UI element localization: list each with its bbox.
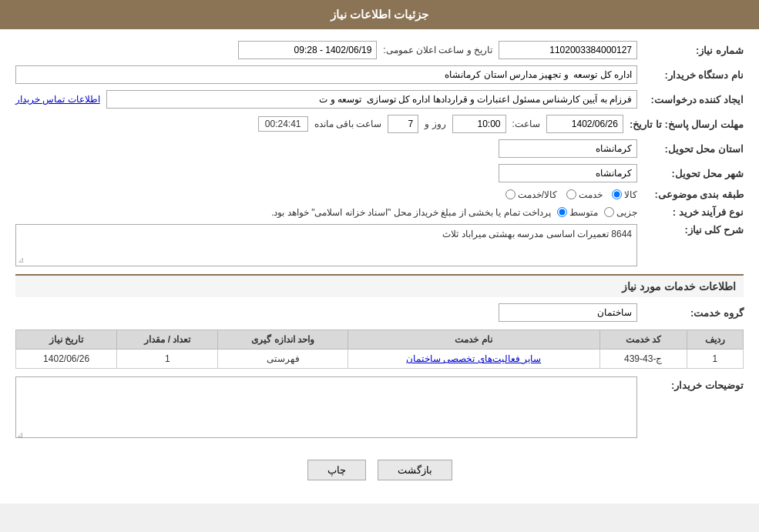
col-unit: واحد اندازه گیری	[218, 330, 348, 350]
purchase-type-options: جزیی متوسط پرداخت تمام یا بخشی از مبلغ خ…	[15, 207, 637, 218]
services-table: ردیف کد خدمت نام خدمت واحد اندازه گیری ت…	[15, 330, 744, 369]
need-number-label: شماره نیاز:	[643, 45, 744, 56]
service-group-label: گروه خدمت:	[643, 307, 744, 319]
service-name-link[interactable]: سایر فعالیت‌های تخصصی ساختمان	[406, 353, 541, 364]
deadline-time-label: ساعت:	[512, 119, 540, 129]
announce-date-label: تاریخ و ساعت اعلان عمومی:	[383, 45, 492, 55]
print-button[interactable]: چاپ	[307, 460, 366, 480]
services-section-title: اطلاعات خدمات مورد نیاز	[15, 274, 744, 297]
need-desc-label: شرح کلی نیاز:	[643, 224, 744, 236]
category-kala-label: کالا	[624, 189, 637, 200]
creator-input[interactable]	[106, 90, 637, 109]
resize-handle: ⊿	[18, 256, 24, 264]
cell-code: ج-43-439	[599, 350, 687, 369]
category-khedmat[interactable]: خدمت	[566, 189, 603, 200]
buyer-notes-row: توضیحات خریدار: ⊿	[15, 376, 744, 440]
purchase-type-row: نوع فرآیند خرید : جزیی متوسط پرداخت تمام…	[15, 206, 744, 218]
deadline-time-input[interactable]	[452, 115, 506, 133]
deadline-days-input[interactable]	[388, 115, 418, 133]
cell-row: 1	[687, 350, 743, 369]
category-kala-radio[interactable]	[612, 189, 622, 199]
need-number-input[interactable]	[499, 41, 637, 59]
cell-qty: 1	[117, 350, 218, 369]
cell-name: سایر فعالیت‌های تخصصی ساختمان	[348, 350, 599, 369]
buyer-org-input[interactable]	[15, 65, 637, 84]
category-khedmat-radio[interactable]	[566, 189, 576, 199]
cell-unit: فهرستی	[218, 350, 348, 369]
services-table-section: ردیف کد خدمت نام خدمت واحد اندازه گیری ت…	[15, 330, 744, 369]
page-wrapper: جزئیات اطلاعات نیاز شماره نیاز: تاریخ و …	[0, 0, 759, 504]
category-row: طبقه بندی موضوعی: کالا خدمت کالا/خدمت	[15, 189, 744, 200]
category-label: طبقه بندی موضوعی:	[643, 189, 744, 200]
buyer-org-row: نام دستگاه خریدار:	[15, 65, 744, 84]
city-input[interactable]	[499, 164, 637, 182]
cell-date: 1402/06/26	[16, 350, 117, 369]
purchase-jozi-label: جزیی	[616, 207, 637, 218]
need-desc-value: 8644 تعمیرات اساسی مدرسه بهشتی میراباد ث…	[442, 229, 632, 239]
purchase-jozi[interactable]: جزیی	[604, 207, 637, 218]
category-kala-khedmat-label: کالا/خدمت	[518, 189, 557, 200]
category-radio-group: کالا خدمت کالا/خدمت	[505, 189, 637, 200]
city-label: شهر محل تحویل:	[643, 168, 744, 179]
back-button[interactable]: بازگشت	[378, 460, 452, 480]
city-row: شهر محل تحویل:	[15, 164, 744, 182]
remaining-time-value: 00:24:41	[258, 116, 308, 132]
purchase-jozi-radio[interactable]	[604, 207, 614, 217]
buyer-notes-label: توضیحات خریدار:	[643, 376, 744, 391]
col-name: نام خدمت	[348, 330, 599, 350]
province-input[interactable]	[499, 139, 637, 158]
remaining-label: ساعت باقی مانده	[314, 119, 382, 129]
purchase-motavasset-label: متوسط	[569, 207, 598, 218]
content-area: شماره نیاز: تاریخ و ساعت اعلان عمومی: نا…	[0, 29, 759, 504]
deadline-date-input[interactable]	[546, 115, 623, 133]
buyer-notes-textarea[interactable]	[15, 376, 637, 438]
creator-label: ایجاد کننده درخواست:	[643, 94, 744, 105]
col-code: کد خدمت	[599, 330, 687, 350]
province-label: استان محل تحویل:	[643, 143, 744, 155]
deadline-row: مهلت ارسال پاسخ: تا تاریخ: ساعت: روز و س…	[15, 115, 744, 133]
buyer-org-label: نام دستگاه خریدار:	[643, 69, 744, 81]
category-khedmat-label: خدمت	[579, 189, 603, 200]
col-qty: تعداد / مقدار	[117, 330, 218, 350]
deadline-days-label: روز و	[425, 119, 445, 129]
button-row: بازگشت چاپ	[15, 448, 744, 492]
category-kala-khedmat[interactable]: کالا/خدمت	[505, 189, 557, 200]
category-kala-khedmat-radio[interactable]	[505, 189, 516, 199]
notes-resize-handle: ⊿	[17, 430, 23, 439]
deadline-label: مهلت ارسال پاسخ: تا تاریخ:	[630, 119, 744, 130]
col-date: تاریخ نیاز	[16, 330, 117, 350]
category-kala[interactable]: کالا	[612, 189, 637, 200]
col-row: ردیف	[687, 330, 743, 350]
purchase-type-label: نوع فرآیند خرید :	[643, 206, 744, 218]
purchase-motavasset[interactable]: متوسط	[557, 207, 598, 218]
creator-contact-link[interactable]: اطلاعات تماس خریدار	[15, 94, 100, 105]
creator-row: ایجاد کننده درخواست: اطلاعات تماس خریدار	[15, 90, 744, 109]
page-title: جزئیات اطلاعات نیاز	[0, 0, 759, 29]
service-group-row: گروه خدمت:	[15, 303, 744, 322]
service-group-input[interactable]	[499, 303, 637, 322]
purchase-type-note: پرداخت تمام یا بخشی از مبلغ خریداز محل "…	[271, 207, 551, 218]
province-row: استان محل تحویل:	[15, 139, 744, 158]
purchase-motavasset-radio[interactable]	[557, 207, 567, 217]
need-desc-row: شرح کلی نیاز: 8644 تعمیرات اساسی مدرسه ب…	[15, 224, 744, 266]
need-number-row: شماره نیاز: تاریخ و ساعت اعلان عمومی:	[15, 41, 744, 59]
announce-date-input[interactable]	[238, 41, 377, 59]
table-row: 1 ج-43-439 سایر فعالیت‌های تخصصی ساختمان…	[16, 350, 744, 369]
